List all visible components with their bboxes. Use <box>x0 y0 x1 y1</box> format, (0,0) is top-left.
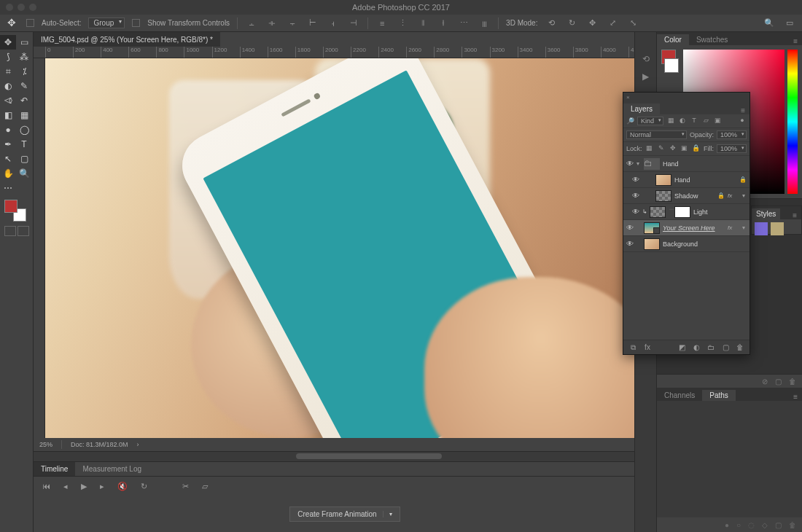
filter-adjustment-icon[interactable]: ◐ <box>678 117 687 125</box>
visibility-icon[interactable]: 👁 <box>623 240 636 248</box>
lock-icon[interactable]: 🔒 <box>717 192 728 199</box>
tab-timeline[interactable]: Timeline <box>34 462 75 476</box>
close-icon[interactable]: × <box>626 94 630 101</box>
prev-frame-button[interactable]: ◂ <box>61 482 71 491</box>
stroke-path-icon[interactable]: ○ <box>736 521 741 529</box>
lock-all-icon[interactable]: 🔒 <box>692 144 701 153</box>
align-top-icon[interactable]: ⫠ <box>245 17 258 29</box>
fx-label[interactable]: fx <box>728 192 742 199</box>
lasso-tool[interactable]: ⟆ <box>0 50 16 64</box>
chevron-down-icon[interactable]: ▾ <box>742 224 750 231</box>
history-icon[interactable]: ⟲ <box>639 54 653 66</box>
eraser-tool[interactable]: ◧ <box>0 108 16 122</box>
3d-orbit-icon[interactable]: ⟲ <box>545 17 558 29</box>
layer-item[interactable]: 👁 Shadow 🔒 fx ▾ <box>623 188 750 204</box>
split-button[interactable]: ✂ <box>179 482 192 491</box>
maximize-window-button[interactable] <box>29 4 36 11</box>
fx-icon[interactable]: fx <box>642 343 653 352</box>
3d-pan-icon[interactable]: ✥ <box>585 17 599 29</box>
3d-roll-icon[interactable]: ↻ <box>565 17 578 29</box>
audio-button[interactable]: 🔇 <box>114 482 131 491</box>
delete-path-icon[interactable]: 🗑 <box>789 521 796 529</box>
first-frame-button[interactable]: ⏮ <box>39 482 53 490</box>
filter-type-icon[interactable]: T <box>690 117 698 125</box>
selection-path-icon[interactable]: ◌ <box>748 521 755 529</box>
eyedropper-tool[interactable]: ⁒ <box>16 64 32 79</box>
gradient-tool[interactable]: ▦ <box>16 108 32 122</box>
lock-image-icon[interactable]: ✎ <box>657 144 666 153</box>
distribute-icon[interactable]: ⫴ <box>416 17 429 29</box>
status-chevron-icon[interactable]: › <box>137 441 139 448</box>
trash-icon[interactable]: 🗑 <box>735 343 745 351</box>
panel-menu-icon[interactable]: ≡ <box>789 37 802 45</box>
zoom-tool[interactable]: 🔍 <box>16 166 32 181</box>
panel-menu-icon[interactable]: ≡ <box>789 393 802 401</box>
cancel-icon[interactable]: ⊘ <box>762 378 768 386</box>
tab-measurement-log[interactable]: Measurement Log <box>75 462 149 476</box>
hue-slider[interactable] <box>787 50 798 194</box>
filter-smart-icon[interactable]: ▣ <box>713 117 722 125</box>
screen-mode-icon[interactable] <box>17 226 29 236</box>
close-window-button[interactable] <box>6 4 13 11</box>
stamp-tool[interactable]: ⏿ <box>0 93 16 108</box>
layer-item[interactable]: 👁 Your Screen Here fx ▾ <box>623 220 750 236</box>
visibility-icon[interactable]: 👁 <box>629 192 642 200</box>
lock-transparency-icon[interactable]: ▦ <box>645 144 654 153</box>
link-layers-icon[interactable]: ⧉ <box>628 343 638 352</box>
zoom-level[interactable]: 25% <box>39 441 52 448</box>
adjustment-icon[interactable]: ◐ <box>691 343 701 351</box>
doc-size[interactable]: Doc: 81.3M/182.0M <box>71 441 128 448</box>
distribute-icon[interactable]: ⫼ <box>478 17 491 29</box>
minimize-window-button[interactable] <box>17 4 25 11</box>
style-swatch[interactable] <box>755 222 768 235</box>
lock-position-icon[interactable]: ✥ <box>669 144 677 153</box>
magic-wand-tool[interactable]: ⁂ <box>16 50 32 64</box>
visibility-icon[interactable]: 👁 <box>629 176 642 184</box>
new-layer-icon[interactable]: ▢ <box>720 343 731 351</box>
loop-button[interactable]: ↻ <box>138 482 150 491</box>
blur-tool[interactable]: ● <box>0 122 16 137</box>
trash-icon[interactable]: 🗑 <box>789 378 796 386</box>
type-tool[interactable]: T <box>16 137 32 152</box>
quick-mask-icon[interactable] <box>4 226 16 236</box>
panel-menu-icon[interactable]: ≡ <box>736 106 750 114</box>
visibility-icon[interactable]: 👁 <box>623 160 636 168</box>
filter-toggle[interactable]: ● <box>738 117 747 125</box>
lock-artboard-icon[interactable]: ▣ <box>680 144 689 153</box>
layer-item[interactable]: 👁 ↳ 𝄖 Light <box>623 204 750 220</box>
distribute-icon[interactable]: ⋯ <box>457 17 470 29</box>
crop-tool[interactable]: ⌗ <box>0 64 16 79</box>
color-swatches[interactable] <box>4 200 26 222</box>
next-frame-button[interactable]: ▸ <box>97 482 107 491</box>
hand-tool[interactable]: ✋ <box>0 166 16 181</box>
document-tab[interactable]: IMG_5004.psd @ 25% (Your Screen Here, RG… <box>34 32 220 47</box>
3d-slide-icon[interactable]: ⤢ <box>606 17 619 29</box>
layer-item[interactable]: 👁 Background <box>623 236 750 252</box>
marquee-tool[interactable]: ▭ <box>16 35 32 50</box>
filter-kind-dropdown[interactable]: Kind <box>637 117 663 125</box>
tab-layers[interactable]: Layers <box>623 103 660 114</box>
align-hcenter-icon[interactable]: ⫞ <box>327 17 340 29</box>
chevron-down-icon[interactable]: ▾ <box>636 160 644 167</box>
fill-value[interactable]: 100% <box>717 144 747 153</box>
chevron-down-icon[interactable]: ▾ <box>742 192 750 199</box>
tab-color[interactable]: Color <box>657 34 689 45</box>
dodge-tool[interactable]: ◯ <box>16 122 32 137</box>
align-left-icon[interactable]: ⊢ <box>306 17 319 29</box>
layer-item[interactable]: 👁 Hand 🔒 <box>623 172 750 188</box>
align-right-icon[interactable]: ⊣ <box>347 17 360 29</box>
path-select-tool[interactable]: ↖ <box>0 152 16 166</box>
history-brush-tool[interactable]: ↶ <box>16 93 32 108</box>
opacity-value[interactable]: 100% <box>717 130 747 139</box>
move-tool[interactable]: ✥ <box>0 35 16 50</box>
foreground-color[interactable] <box>4 200 17 213</box>
new-icon[interactable]: ▢ <box>775 378 782 386</box>
distribute-icon[interactable]: ⫲ <box>437 17 450 29</box>
show-transform-checkbox[interactable] <box>132 19 140 27</box>
search-icon[interactable]: 🔍 <box>763 17 776 29</box>
chevron-down-icon[interactable]: ▾ <box>383 511 392 517</box>
edit-toolbar[interactable]: ⋯ <box>0 181 16 195</box>
tab-channels[interactable]: Channels <box>657 390 702 401</box>
tab-paths[interactable]: Paths <box>702 390 736 401</box>
create-frame-animation-button[interactable]: Create Frame Animation ▾ <box>289 506 400 522</box>
